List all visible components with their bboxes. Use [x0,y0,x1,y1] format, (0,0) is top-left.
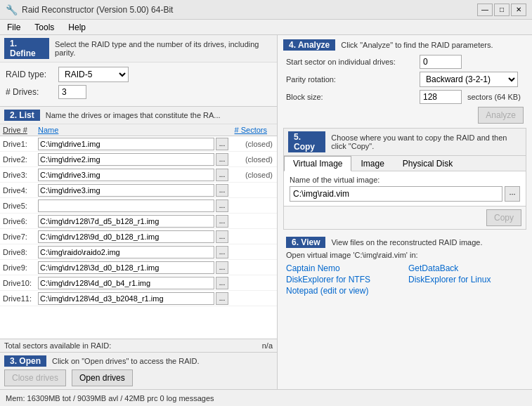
drive-path-input[interactable] [38,292,214,305]
drive-path-input[interactable] [38,138,214,150]
drive-browse-button[interactable]: ... [216,230,228,243]
parity-select[interactable]: Backward (3-2-1) Forward (1-2-3) None [420,72,518,87]
copy-tab-content: Name of the virtual image: ··· [284,171,526,206]
copy-section: 5. Copy Choose where you want to copy th… [283,128,526,230]
copy-badge: 5. Copy [288,131,325,152]
drive-path-input[interactable] [38,169,214,181]
view-link[interactable]: Captain Nemo [286,263,401,273]
open-drives-button[interactable]: Open drives [72,369,133,386]
status-text: Mem: 16309MB tot / 9039MB avl / 42MB prc… [6,394,214,402]
drive-path-input[interactable] [38,261,214,274]
drive-row: Drive3: ... (closed) [0,167,277,183]
drive-path-input[interactable] [38,246,214,258]
vim-browse-button[interactable]: ··· [505,186,520,202]
drive-status: (closed) [228,171,274,179]
title-bar-left: 🔧 Raid Reconstructor (Version 5.00) 64-B… [6,4,173,15]
window-title: Raid Reconstructor (Version 5.00) 64-Bit [22,5,173,15]
tab-physical-disk[interactable]: Physical Disk [394,156,462,171]
start-sector-input[interactable] [420,55,462,69]
menu-tools[interactable]: Tools [30,21,58,34]
view-links: Captain NemoGetDataBackDiskExplorer for … [286,263,524,296]
menu-bar: File Tools Help [0,20,532,35]
analyze-section: 4. Analyze Click "Analyze" to find the R… [283,39,526,124]
drive-browse-button[interactable]: ... [216,277,228,289]
copy-button[interactable]: Copy [486,209,521,226]
block-size-suffix: sectors (64 KB) [467,93,521,101]
menu-file[interactable]: File [3,21,25,34]
app-icon: 🔧 [6,4,18,15]
drive-path-input[interactable] [38,199,214,212]
vim-path-input[interactable] [290,186,502,202]
list-section: 2. List Name the drives or images that c… [0,107,277,352]
parity-row: Parity rotation: Backward (3-2-1) Forwar… [286,72,524,87]
close-button[interactable]: ✕ [511,4,526,16]
drive-path-input[interactable] [38,184,214,197]
drive-browse-button[interactable]: ... [216,153,228,166]
list-section-header: 2. List Name the drives or images that c… [0,107,277,124]
drive-num: Drive1: [3,140,38,148]
col-name[interactable]: Name [38,126,218,134]
drive-num: Drive5: [3,202,38,210]
open-section: 3. Open Click on "Open drives" to access… [0,352,277,389]
define-badge: 1. Define [4,38,49,59]
col-drive: Drive # [3,126,38,134]
block-size-input[interactable] [420,90,462,104]
drive-path-input[interactable] [38,153,214,166]
right-panel: 4. Analyze Click "Analyze" to find the R… [278,35,532,389]
drive-path-container: ... [38,246,228,258]
drive-path-input[interactable] [38,277,214,289]
title-bar: 🔧 Raid Reconstructor (Version 5.00) 64-B… [0,0,532,20]
close-drives-button[interactable]: Close drives [4,369,66,386]
drive-num: Drive6: [3,217,38,225]
minimize-button[interactable]: — [477,4,493,16]
define-desc: Select the RAID type and the number of i… [55,40,273,57]
view-link[interactable]: Notepad (edit or view) [286,286,401,296]
open-buttons: Close drives Open drives [4,369,273,386]
col-sectors[interactable]: # Sectors [218,126,267,134]
view-desc: View files on the reconstructed RAID ima… [331,238,482,247]
drive-status: (closed) [228,155,274,164]
drive-browse-button[interactable]: ... [216,261,228,274]
drive-num: Drive4: [3,186,38,195]
drive-browse-button[interactable]: ... [216,199,228,212]
maximize-button[interactable]: □ [494,4,510,16]
start-sector-row: Start sector on individual drives: [286,55,524,69]
drive-path-input[interactable] [38,215,214,228]
title-bar-controls: — □ ✕ [477,4,526,16]
drive-path-container: ... [38,153,228,166]
tab-virtual-image[interactable]: Virtual Image [284,156,351,171]
block-size-label: Block size: [286,93,420,101]
vim-input-row: ··· [290,186,520,202]
open-badge: 3. Open [4,355,46,367]
total-sectors-row: Total sectors available in RAID: n/a [0,339,277,352]
view-section: 6. View View files on the reconstructed … [283,234,526,299]
view-link[interactable]: GetDataBack [408,263,524,273]
block-size-row: Block size: sectors (64 KB) [286,90,524,104]
open-desc: Click on "Open drives" to access the RAI… [52,357,200,365]
copy-tabs: Virtual Image Image Physical Disk [284,156,526,171]
analyze-button[interactable]: Analyze [478,107,524,124]
drive-browse-button[interactable]: ... [216,184,228,197]
tab-image[interactable]: Image [351,156,393,171]
drive-browse-button[interactable]: ... [216,292,228,305]
list-desc: Name the drives or images that constitut… [46,111,221,119]
raid-type-row: RAID type: RAID-5 RAID-6 RAID-10 RAID-0 [6,67,271,82]
view-link[interactable]: DiskExplorer for NTFS [286,275,401,284]
drive-path-container: ... [38,215,228,228]
drive-browse-button[interactable]: ... [216,169,228,181]
raid-type-label: RAID type: [6,70,58,79]
drives-input[interactable] [58,85,86,99]
menu-help[interactable]: Help [64,21,90,34]
view-link[interactable]: DiskExplorer for Linux [408,275,524,284]
left-panel: 1. Define Select the RAID type and the n… [0,35,278,389]
raid-type-select[interactable]: RAID-5 RAID-6 RAID-10 RAID-0 [58,67,129,82]
drive-path-input[interactable] [38,230,214,243]
copy-header: 5. Copy Choose where you want to copy th… [284,129,526,156]
drive-num: Drive7: [3,233,38,241]
drive-browse-button[interactable]: ... [216,246,228,258]
drives-row: # Drives: [6,85,271,99]
view-badge: 6. View [286,237,325,248]
drive-browse-button[interactable]: ... [216,138,228,150]
drive-browse-button[interactable]: ... [216,215,228,228]
drive-path-container: ... [38,199,228,212]
